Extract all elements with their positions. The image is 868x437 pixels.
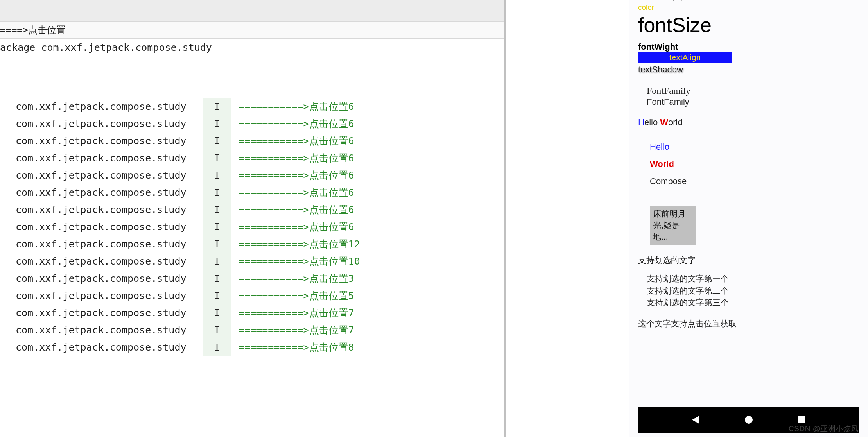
log-row[interactable]: com.xxf.jetpack.compose.studyI==========… xyxy=(0,236,504,253)
poem-line-1: 床前明月 xyxy=(653,208,693,219)
log-tag: com.xxf.jetpack.compose.study xyxy=(0,167,203,184)
log-level: I xyxy=(203,253,231,270)
log-row[interactable]: com.xxf.jetpack.compose.studyI==========… xyxy=(0,218,504,236)
log-message: ===========>点击位置3 xyxy=(239,270,354,287)
vlist-hello: Hello xyxy=(650,138,868,156)
log-tag: com.xxf.jetpack.compose.study xyxy=(0,150,203,167)
log-level: I xyxy=(203,201,231,218)
log-level: I xyxy=(203,98,231,115)
log-row[interactable]: com.xxf.jetpack.compose.studyI==========… xyxy=(0,322,504,339)
ide-log-panel: ====>点击位置 ackage com.xxf.jetpack.compose… xyxy=(0,0,504,437)
log-message: ===========>点击位置6 xyxy=(239,167,354,184)
nav-home-icon[interactable] xyxy=(744,415,753,424)
log-level: I xyxy=(203,287,231,304)
phone-top-cut-text: compose_study xyxy=(629,0,868,1)
log-message: ===========>点击位置6 xyxy=(239,218,354,236)
text-styled-span: Hello World xyxy=(629,117,868,127)
log-row[interactable]: com.xxf.jetpack.compose.studyI==========… xyxy=(0,339,504,356)
selectable-text-item[interactable]: 支持划选的文字第一个 xyxy=(647,273,868,285)
nav-recent-icon[interactable] xyxy=(797,415,806,424)
text-textalign-demo: textAlign xyxy=(638,52,732,63)
log-message: ===========>点击位置6 xyxy=(239,115,354,133)
vlist-world: World xyxy=(650,156,868,173)
log-message: ===========>点击位置5 xyxy=(239,287,354,304)
text-fontsize-demo: fontSize xyxy=(629,14,868,36)
span-orld: orld xyxy=(668,117,683,127)
log-row[interactable]: com.xxf.jetpack.compose.studyI==========… xyxy=(0,167,504,184)
log-tag: com.xxf.jetpack.compose.study xyxy=(0,253,203,270)
svg-marker-0 xyxy=(692,416,699,424)
log-level: I xyxy=(203,218,231,236)
log-row[interactable]: com.xxf.jetpack.compose.studyI==========… xyxy=(0,133,504,150)
selectable-text-header[interactable]: 支持划选的文字 xyxy=(629,255,868,266)
log-message: ===========>点击位置7 xyxy=(239,304,354,322)
log-tag: com.xxf.jetpack.compose.study xyxy=(0,201,203,218)
log-header-line: ackage com.xxf.jetpack.compose.study ---… xyxy=(0,39,504,55)
log-tag: com.xxf.jetpack.compose.study xyxy=(0,115,203,133)
vertical-text-list: Hello World Compose xyxy=(629,138,868,190)
selectable-text-item[interactable]: 支持划选的文字第二个 xyxy=(647,285,868,297)
log-tag: com.xxf.jetpack.compose.study xyxy=(0,218,203,236)
span-ello: ello xyxy=(644,117,660,127)
vlist-compose: Compose xyxy=(650,173,868,190)
log-message: ===========>点击位置6 xyxy=(239,184,354,201)
log-area[interactable]: com.xxf.jetpack.compose.studyI==========… xyxy=(0,55,504,356)
click-position-text[interactable]: 这个文字支持点击位置获取 xyxy=(629,318,868,329)
log-row[interactable]: com.xxf.jetpack.compose.studyI==========… xyxy=(0,184,504,201)
log-row[interactable]: com.xxf.jetpack.compose.studyI==========… xyxy=(0,253,504,270)
log-level: I xyxy=(203,184,231,201)
log-message: ===========>点击位置6 xyxy=(239,98,354,115)
text-fontfamily-serif: FontFamily xyxy=(629,86,868,96)
text-fontweight-demo: fontWight xyxy=(629,42,868,52)
log-tag: com.xxf.jetpack.compose.study xyxy=(0,322,203,339)
log-row[interactable]: com.xxf.jetpack.compose.studyI==========… xyxy=(0,201,504,218)
log-message: ===========>点击位置10 xyxy=(239,253,360,270)
text-textshadow-demo: textShadow xyxy=(629,64,868,75)
watermark: CSDN @亚洲小炫风 xyxy=(789,424,859,434)
log-level: I xyxy=(203,167,231,184)
log-tag: com.xxf.jetpack.compose.study xyxy=(0,184,203,201)
log-tag: com.xxf.jetpack.compose.study xyxy=(0,287,203,304)
log-message: ===========>点击位置6 xyxy=(239,133,354,150)
phone-preview: compose_study color fontSize fontWight t… xyxy=(629,0,868,437)
empty-panel xyxy=(506,0,629,437)
selectable-text-item[interactable]: 支持划选的文字第三个 xyxy=(647,297,868,308)
log-row[interactable]: com.xxf.jetpack.compose.studyI==========… xyxy=(0,304,504,322)
log-level: I xyxy=(203,304,231,322)
log-filter-text: ====>点击位置 xyxy=(0,24,66,36)
log-message: ===========>点击位置6 xyxy=(239,201,354,218)
log-row[interactable]: com.xxf.jetpack.compose.studyI==========… xyxy=(0,287,504,304)
nav-back-icon[interactable] xyxy=(691,415,701,424)
svg-point-1 xyxy=(745,416,753,424)
poem-line-2: 光,疑是地... xyxy=(653,220,693,243)
text-color-demo: color xyxy=(629,3,868,12)
log-row[interactable]: com.xxf.jetpack.compose.studyI==========… xyxy=(0,115,504,133)
log-row[interactable]: com.xxf.jetpack.compose.studyI==========… xyxy=(0,98,504,115)
log-message: ===========>点击位置12 xyxy=(239,236,360,253)
log-message: ===========>点击位置8 xyxy=(239,339,354,356)
log-tag: com.xxf.jetpack.compose.study xyxy=(0,98,203,115)
log-tag: com.xxf.jetpack.compose.study xyxy=(0,270,203,287)
text-fontfamily-sans: FontFamily xyxy=(629,97,868,107)
selectable-text-list[interactable]: 支持划选的文字第一个支持划选的文字第二个支持划选的文字第三个 xyxy=(629,273,868,308)
log-level: I xyxy=(203,236,231,253)
svg-rect-2 xyxy=(798,416,805,423)
log-level: I xyxy=(203,322,231,339)
log-tag: com.xxf.jetpack.compose.study xyxy=(0,236,203,253)
poem-ellipsis-box: 床前明月 光,疑是地... xyxy=(650,206,696,245)
log-tag: com.xxf.jetpack.compose.study xyxy=(0,133,203,150)
span-w: W xyxy=(660,117,668,127)
log-tag: com.xxf.jetpack.compose.study xyxy=(0,339,203,356)
log-level: I xyxy=(203,339,231,356)
log-filter-bar[interactable]: ====>点击位置 xyxy=(0,21,504,39)
log-tag: com.xxf.jetpack.compose.study xyxy=(0,304,203,322)
log-level: I xyxy=(203,133,231,150)
phone-content: compose_study color fontSize fontWight t… xyxy=(629,0,868,407)
log-row[interactable]: com.xxf.jetpack.compose.studyI==========… xyxy=(0,150,504,167)
log-row[interactable]: com.xxf.jetpack.compose.studyI==========… xyxy=(0,270,504,287)
log-message: ===========>点击位置6 xyxy=(239,150,354,167)
span-h: H xyxy=(638,117,644,127)
toolbar-strip xyxy=(0,0,504,21)
log-level: I xyxy=(203,115,231,133)
log-message: ===========>点击位置7 xyxy=(239,322,354,339)
